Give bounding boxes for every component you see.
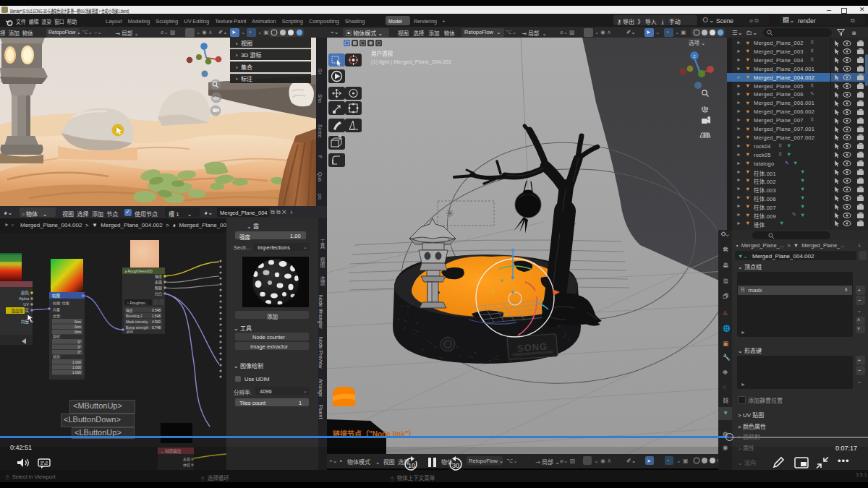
svg-text:粗糙: 粗糙 — [155, 286, 162, 291]
svg-text:› 3D 游标: › 3D 游标 — [236, 51, 262, 59]
svg-text:0°: 0° — [77, 351, 81, 354]
svg-text:UV: UV — [23, 302, 29, 307]
svg-text:Blending 2: Blending 2 — [126, 314, 142, 318]
svg-text:Alpha: Alpha — [19, 296, 30, 301]
svg-text:0cm: 0cm — [75, 320, 81, 324]
svg-text:10: 10 — [408, 462, 415, 469]
svg-text:选项 ⌄: 选项 ⌄ — [689, 39, 705, 46]
svg-text:颜色: 颜色 — [21, 290, 30, 296]
svg-text:旋转:: 旋转: — [53, 334, 61, 339]
svg-text:◕ RoughNess000: ◕ RoughNess000 — [124, 269, 153, 273]
svg-text:缩放:: 缩放: — [53, 354, 61, 359]
svg-text:0°: 0° — [77, 341, 81, 344]
svg-text:› 集合: › 集合 — [236, 64, 252, 71]
svg-text:法向: 法向 — [126, 329, 133, 334]
svg-text:1.548: 1.548 — [152, 314, 161, 318]
svg-text:0.548: 0.548 — [152, 309, 161, 312]
svg-text:强度值: 强度值 — [11, 308, 23, 314]
svg-text:1.000: 1.000 — [72, 371, 81, 374]
svg-text:0.748: 0.748 — [152, 326, 161, 330]
svg-text:位置:: 位置: — [53, 314, 61, 319]
svg-text:4.500: 4.500 — [152, 320, 161, 324]
svg-text:(1) light | Merged_Plane_004.0: (1) light | Merged_Plane_004.002 — [371, 59, 451, 65]
svg-text:› 视图: › 视图 — [236, 40, 252, 47]
svg-text:0°: 0° — [77, 346, 81, 349]
svg-text:1.000: 1.000 — [72, 361, 81, 364]
svg-text:帖图: 位图: 帖图: 位图 — [53, 301, 69, 306]
svg-text:凹凸: 凹凸 — [155, 291, 162, 296]
svg-text:强度: 强度 — [126, 308, 133, 313]
svg-text:0cm: 0cm — [75, 325, 81, 329]
svg-text:用户透视: 用户透视 — [371, 50, 393, 57]
svg-text:0cm: 0cm — [75, 330, 81, 334]
svg-text:30: 30 — [452, 462, 459, 469]
svg-text:1.000: 1.000 — [72, 366, 81, 369]
svg-text:向量: 向量 — [53, 307, 60, 312]
svg-text:› 标注: › 标注 — [236, 75, 252, 82]
svg-text:◔ Roughton...: ◔ Roughton... — [127, 301, 148, 305]
svg-text:帖图: 帖图 — [52, 293, 61, 299]
svg-text:表面: 表面 — [155, 280, 162, 285]
svg-text:Mask intensity: Mask intensity — [126, 320, 148, 324]
svg-text:强度: 强度 — [155, 274, 162, 279]
